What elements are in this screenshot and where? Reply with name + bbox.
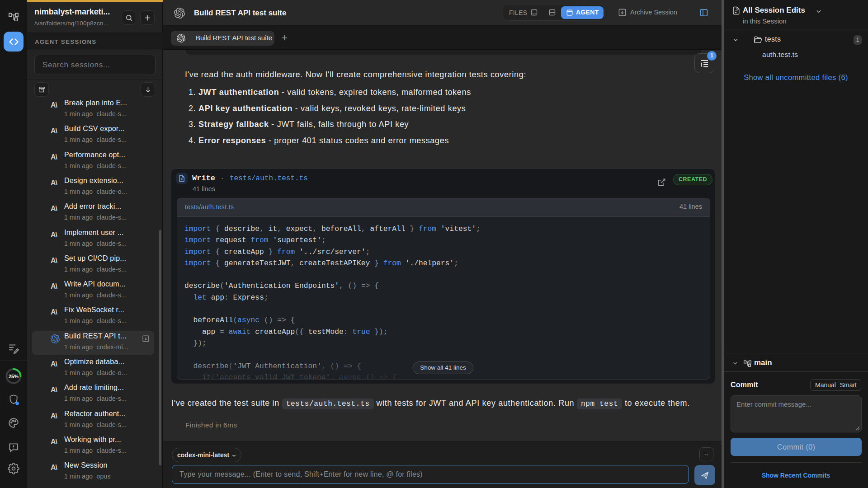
svg-text:25%: 25% <box>9 374 19 379</box>
